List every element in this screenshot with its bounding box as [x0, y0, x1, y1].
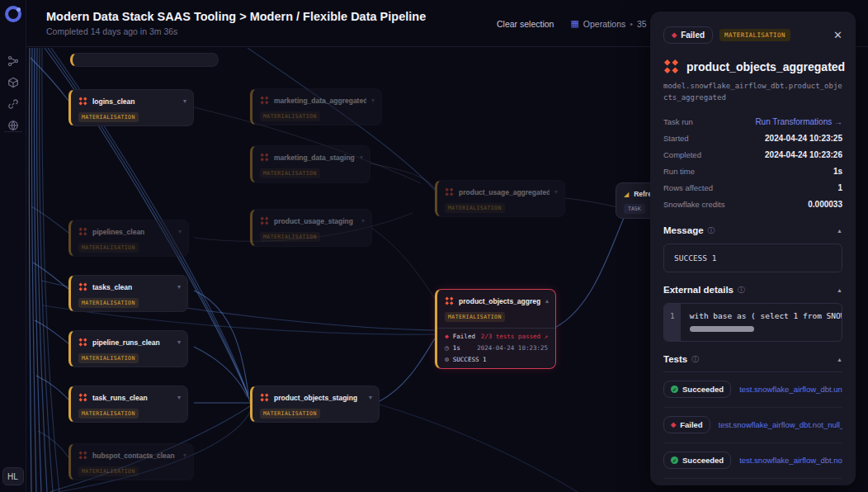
- app-logo-icon[interactable]: [5, 6, 21, 22]
- connections-link-icon[interactable]: [7, 98, 19, 110]
- dag-node-product-usage-staging[interactable]: product_usage_staging▾MATERIALISATION: [250, 209, 372, 247]
- pipelines-graph-icon[interactable]: [7, 55, 19, 67]
- dbt-icon: [260, 393, 269, 402]
- node-label: logins_clean: [92, 97, 135, 106]
- node-label: pipelines_clean: [92, 228, 144, 236]
- message-content: SUCCESS 1: [663, 244, 842, 272]
- dag-node-pipelines-clean[interactable]: pipelines_clean▾MATERIALISATION: [68, 220, 189, 257]
- package-cube-icon[interactable]: [7, 77, 19, 88]
- detail-row: Rows affected1: [663, 180, 842, 196]
- status-label: Failed: [681, 31, 705, 40]
- materialisation-badge: MATERIALISATION: [445, 203, 505, 213]
- node-label: product_objects_staging: [274, 394, 357, 402]
- sql-code-block[interactable]: 1 with base as ( select 1 from SNOWFLAKE: [663, 303, 842, 342]
- dbt-icon: [78, 227, 87, 236]
- detail-row: Started2024-04-24 10:23:25: [663, 130, 842, 147]
- detail-value-link[interactable]: Run Transformations →: [755, 117, 842, 126]
- dag-node-marketing-data-staging[interactable]: marketing_data_staging▾MATERIALISATION: [250, 145, 370, 183]
- node-label: pipeline_runs_clean: [92, 338, 160, 347]
- node-label: product_usage_staging: [274, 217, 353, 225]
- chevron-icon[interactable]: ▾: [361, 217, 365, 225]
- chevron-icon[interactable]: ▾: [183, 452, 186, 459]
- sidebar-divider: [4, 131, 22, 132]
- collapse-icon[interactable]: ▲: [837, 287, 842, 293]
- panel-node-title: product_objects_aggregated: [686, 60, 845, 73]
- dbt-icon: [445, 187, 454, 196]
- horizontal-scrollbar[interactable]: [690, 326, 754, 332]
- detail-value: 0.000033: [808, 200, 842, 209]
- node-timestamp: 2024-04-24 10:23:25: [477, 344, 548, 352]
- clear-selection-button[interactable]: Clear selection: [497, 19, 554, 29]
- chevron-icon[interactable]: ▾: [177, 338, 181, 346]
- dbt-icon: [445, 296, 454, 305]
- detail-row: Snowflake credits0.000033: [663, 196, 842, 213]
- dag-node-pipeline-runs-clean[interactable]: pipeline_runs_clean▾MATERIALISATION: [68, 330, 188, 367]
- dbt-icon: [78, 451, 87, 460]
- user-avatar[interactable]: HL: [2, 467, 24, 485]
- dag-node-hubspot-contacts-clean[interactable]: hubspot_contacts_clean▾MATERIALISATION: [68, 443, 194, 480]
- test-link[interactable]: test.snowflake_airflow_dbt.not_null_pr: [719, 420, 842, 429]
- chevron-icon[interactable]: ▾: [178, 228, 182, 235]
- dag-node-product-objects-staging[interactable]: product_objects_staging▾MATERIALISATION: [250, 386, 380, 423]
- node-runtime: 1s: [453, 344, 460, 352]
- detail-label: Rows affected: [663, 183, 713, 192]
- dbt-icon: [260, 153, 269, 162]
- node-label: Refre: [634, 190, 652, 198]
- dag-node-product-usage-aggregated[interactable]: product_usage_aggregated▾MATERIALISATION: [435, 180, 565, 217]
- dot-separator: •: [630, 19, 633, 29]
- dbt-icon: [260, 96, 269, 105]
- test-link[interactable]: test.snowflake_airflow_dbt.not_null_pr: [739, 456, 842, 465]
- materialisation-badge: MATERIALISATION: [260, 111, 320, 121]
- dbt-icon: [78, 97, 87, 106]
- operations-label: Operations: [583, 19, 625, 29]
- operations-count: 35: [637, 19, 647, 29]
- collapse-icon[interactable]: ▲: [837, 228, 842, 234]
- operations-icon: ▦: [570, 18, 578, 29]
- operations-counter[interactable]: ▦ Operations • 35: [570, 18, 646, 29]
- detail-label: Task run: [663, 117, 693, 126]
- node-label: task_runs_clean: [92, 394, 148, 402]
- failed-diamond-icon: ◆: [672, 31, 677, 39]
- app-sidebar: HL: [0, 0, 26, 492]
- chevron-icon[interactable]: ▾: [183, 97, 186, 105]
- dbt-icon: [78, 282, 87, 291]
- chevron-icon[interactable]: ▾: [177, 394, 181, 401]
- node-details-panel: ◆ Failed MATERIALISATION ✕ product_objec…: [650, 12, 856, 485]
- dag-node-product-objects-aggregated[interactable]: product_objects_aggregated▴MATERIALISATI…: [435, 289, 556, 369]
- failed-diamond-icon: ◆: [671, 421, 676, 428]
- dag-node-task-runs-clean[interactable]: task_runs_clean▾MATERIALISATION: [68, 386, 188, 423]
- materialisation-badge: MATERIALISATION: [78, 353, 139, 363]
- tests-heading: Tests: [663, 354, 687, 364]
- detail-value: 2024-04-24 10:23:26: [765, 150, 842, 159]
- chevron-icon[interactable]: ▾: [360, 154, 363, 161]
- chevron-icon[interactable]: ▾: [554, 188, 558, 196]
- materialisation-badge: MATERIALISATION: [445, 312, 505, 322]
- chevron-icon[interactable]: ▾: [177, 283, 181, 291]
- integrations-globe-icon[interactable]: [7, 120, 19, 131]
- dag-node-tasks-clean[interactable]: tasks_clean▾MATERIALISATION: [68, 275, 188, 312]
- chevron-icon[interactable]: ▴: [545, 297, 549, 305]
- chevron-icon[interactable]: ▾: [369, 394, 372, 401]
- materialisation-badge: MATERIALISATION: [260, 232, 320, 242]
- detail-label: Completed: [663, 150, 701, 159]
- node-label: tasks_clean: [92, 283, 132, 291]
- test-row: ✓Succeededtest.snowflake_airflow_dbt.uni…: [663, 372, 842, 408]
- detail-value: 1s: [833, 167, 842, 176]
- dag-node-logins-clean[interactable]: logins_clean▾MATERIALISATION: [68, 89, 194, 126]
- node-label: marketing_data_aggregated: [274, 97, 366, 105]
- node-label: hubspot_contacts_clean: [92, 452, 175, 460]
- materialisation-badge: MATERIALISATION: [719, 29, 790, 41]
- success-icon: ✓: [671, 386, 678, 393]
- message-heading: Message: [663, 225, 704, 235]
- tests-summary-link[interactable]: 2/3 tests passed ↗: [481, 333, 548, 340]
- close-icon[interactable]: ✕: [833, 29, 842, 41]
- collapse-icon[interactable]: ▲: [837, 357, 842, 362]
- test-link[interactable]: test.snowflake_airflow_dbt.unique_pro: [739, 385, 842, 394]
- chevron-icon[interactable]: ▾: [371, 97, 375, 104]
- dag-node-marketing-data-aggregated[interactable]: marketing_data_aggregated▾MATERIALISATIO…: [250, 88, 382, 125]
- detail-label: Run time: [663, 167, 695, 176]
- materialisation-badge: MATERIALISATION: [78, 466, 139, 476]
- materialisation-badge: MATERIALISATION: [78, 112, 139, 122]
- panel-node-path: model.snowflake_airflow_dbt.product_obje…: [663, 80, 842, 104]
- message-section: Message ⓘ ▲ SUCCESS 1: [663, 225, 842, 272]
